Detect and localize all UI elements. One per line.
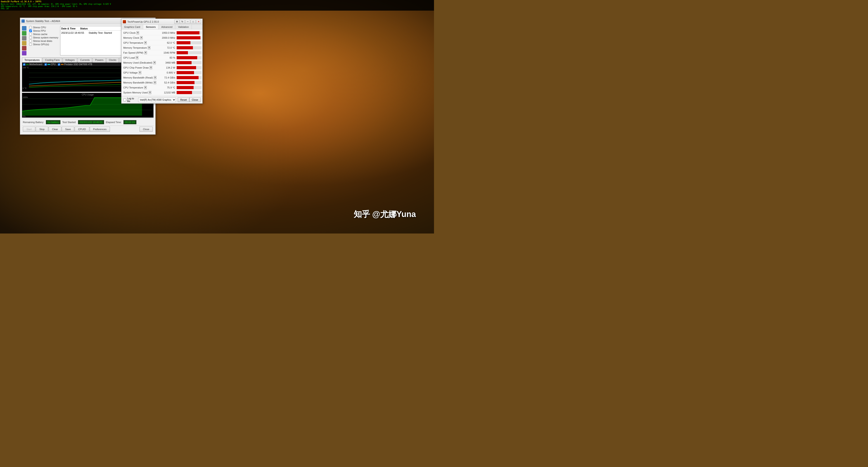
sensor-row-1: Memory Clock ▼ 2000.0 MHz	[122, 35, 202, 40]
tab-cooling-fans[interactable]: Cooling Fans	[42, 57, 62, 62]
sensor-name-10: Memory Bandwidth (Write) ▼	[122, 81, 158, 84]
legend-motherboard-checkbox[interactable]	[23, 63, 25, 66]
legend-ssd-color	[61, 64, 64, 65]
legend-cpu: CPU	[44, 63, 56, 66]
sensor-row-9: Memory Bandwidth (Read) ▼ 72.4 GB/s	[122, 75, 202, 80]
stress-memory-checkbox[interactable]	[29, 36, 32, 39]
sensor-value-5: 83 %	[158, 56, 177, 59]
sensor-dropdown-3[interactable]: ▼	[148, 46, 150, 49]
gpuz-tab-sensors[interactable]: Sensors	[143, 25, 158, 29]
sensor-row-11: CPU Temperature ▼ 75.9 °C	[122, 85, 202, 90]
clear-button[interactable]: Clear	[49, 127, 61, 132]
sensor-name-6: Memory Used (Dedicated) ▼	[122, 61, 158, 64]
sensor-name-3: Memory Temperature ▼	[122, 46, 158, 49]
gpuz-settings-button[interactable]: ⚙	[174, 20, 179, 24]
tab-powers[interactable]: Powers	[93, 57, 106, 62]
log-to-file-checkbox[interactable]	[123, 98, 126, 101]
gpuz-tab-advanced[interactable]: Advanced	[158, 25, 175, 29]
sensor-bar-10	[177, 81, 194, 84]
save-button[interactable]: Save	[62, 127, 74, 132]
sensor-row-12: System Memory Used ▼ 12102 MB	[122, 90, 202, 95]
stress-disks-checkbox[interactable]	[29, 39, 32, 42]
sensor-value-6: 3460 MB	[158, 61, 177, 64]
sensor-name-4: Fan Speed (RPM) ▼	[122, 51, 158, 54]
sensor-bar-container-3	[177, 46, 202, 49]
aida64-info-bar: Remaining Battery: No battery Test Start…	[22, 119, 154, 125]
sensor-dropdown-4[interactable]: ▼	[144, 51, 147, 54]
datetime-col-header: Date & Time	[61, 27, 75, 30]
stress-options: Stress CPU Stress FPU Stress cache Stres…	[29, 26, 58, 55]
stress-memory-label: Stress system memory	[33, 36, 58, 39]
sensor-dropdown-1[interactable]: ▼	[140, 36, 143, 39]
sensor-name-11: CPU Temperature ▼	[122, 86, 158, 89]
gpuz-close-button[interactable]: ✕	[196, 20, 201, 24]
sensor-dropdown-0[interactable]: ▼	[136, 31, 139, 34]
preferences-button[interactable]: Preferences	[90, 127, 110, 132]
stress-fpu-checkbox[interactable]	[29, 29, 32, 32]
gpuz-tab-validation[interactable]: Validation	[175, 25, 192, 29]
gpuz-title-left: TechPowerUp GPU-Z 2.55.0	[123, 20, 159, 23]
stress-fpu-label: Stress FPU	[33, 29, 46, 32]
gpuz-reset-button[interactable]: Reset	[178, 97, 189, 102]
gpuz-tab-graphics-card[interactable]: Graphics Card	[121, 25, 143, 29]
stress-cpu-checkbox[interactable]	[29, 26, 32, 29]
close-button[interactable]: Close	[140, 127, 153, 132]
gpuz-sensors-panel: GPU Clock ▼ 1950.0 MHz Memory Clock ▼ 20…	[121, 29, 203, 96]
sensor-dropdown-9[interactable]: ▼	[154, 76, 156, 79]
gpuz-window: TechPowerUp GPU-Z 2.55.0 ⚙ ↻ ─ □ ✕ Graph…	[121, 19, 203, 104]
stop-button[interactable]: Stop	[36, 127, 48, 132]
legend-ssd-checkbox[interactable]	[58, 63, 60, 66]
sensor-name-5: GPU Load ▼	[122, 56, 158, 59]
memory-icon	[22, 41, 27, 46]
gpuz-minimize-button[interactable]: ─	[185, 20, 190, 24]
start-button[interactable]: Start	[23, 127, 35, 132]
sensor-dropdown-5[interactable]: ▼	[136, 56, 138, 59]
legend-ssd: Predator SSD GM7000 4TB	[58, 63, 92, 66]
tab-temperatures[interactable]: Temperatures	[22, 57, 42, 62]
sensor-dropdown-8[interactable]: ▼	[138, 71, 141, 74]
sensor-dropdown-7[interactable]: ▼	[150, 66, 152, 69]
gpuz-close-button[interactable]: Close	[189, 97, 200, 102]
tab-clocks[interactable]: Clocks	[106, 57, 119, 62]
aida64-title-left: System Stability Test – AIDA64	[22, 20, 60, 23]
sensor-dropdown-6[interactable]: ▼	[153, 61, 156, 64]
aida64-action-buttons: Start Stop Clear Save CPUID Preferences …	[22, 125, 154, 133]
sensor-bar-5	[177, 56, 197, 59]
legend-cpu-checkbox[interactable]	[44, 63, 47, 66]
furmark-log2: GPU temperature: 62 °C - GPU chip power …	[1, 5, 433, 8]
furmark-log1: Burn-in test: 1984×1016 (AA: off, AA sam…	[1, 3, 433, 5]
gpu-select-dropdown[interactable]: Intel(R) Arc(TM) A580 Graphics	[138, 98, 176, 102]
test-started-label: Test Started:	[62, 121, 76, 123]
sensor-bar-1	[177, 36, 200, 39]
stress-cache-checkbox[interactable]	[29, 33, 32, 35]
tab-voltages[interactable]: Voltages	[63, 57, 77, 62]
sensor-name-1: Memory Clock ▼	[122, 36, 158, 39]
gpuz-maximize-button[interactable]: □	[191, 20, 196, 24]
sensor-bar-container-9	[177, 76, 202, 79]
legend-motherboard-color	[26, 64, 29, 65]
sensor-row-6: Memory Used (Dedicated) ▼ 3460 MB	[122, 60, 202, 65]
sensor-value-4: 1546 RPM	[158, 51, 177, 54]
sensor-bar-container-1	[177, 36, 202, 39]
sensor-value-10: 52.4 GB/s	[158, 81, 177, 84]
legend-cpu-color	[48, 64, 50, 65]
sensor-dropdown-12[interactable]: ▼	[149, 91, 151, 94]
sensor-bar-container-7	[177, 66, 202, 69]
sensor-bar-container-6	[177, 61, 202, 64]
stress-gpus-checkbox[interactable]	[29, 43, 32, 46]
tab-currents[interactable]: Currents	[78, 57, 92, 62]
sensor-value-11: 75.9 °C	[158, 86, 177, 89]
sensor-dropdown-2[interactable]: ▼	[144, 41, 147, 45]
gpuz-window-controls: ⚙ ↻ ─ □ ✕	[174, 20, 201, 24]
sensor-row-8: GPU Voltage ▼ 0.905 V	[122, 70, 202, 75]
gpuz-refresh-button[interactable]: ↻	[180, 20, 185, 24]
sensor-bar-container-4	[177, 51, 202, 54]
sensor-bar-8	[177, 71, 194, 74]
stress-cpu-label: Stress CPU	[33, 26, 46, 29]
sensor-dropdown-11[interactable]: ▼	[144, 86, 147, 89]
cpuid-button[interactable]: CPUID	[74, 127, 89, 132]
sensor-value-3: 72.0 °C	[158, 47, 177, 49]
sensor-row-2: GPU Temperature ▼ 62.0 °C	[122, 40, 202, 45]
sensor-dropdown-10[interactable]: ▼	[154, 81, 156, 84]
sensor-name-0: GPU Clock ▼	[122, 31, 158, 34]
